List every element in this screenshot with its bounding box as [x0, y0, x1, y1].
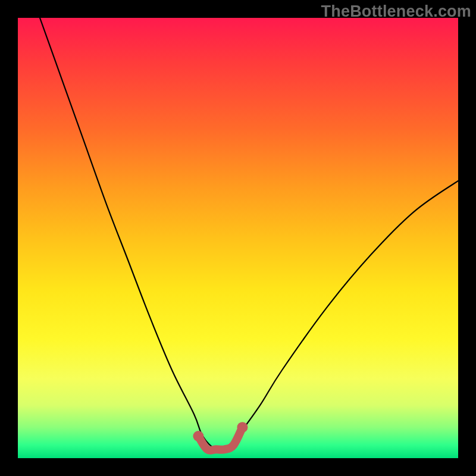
curve-layer	[18, 18, 458, 458]
chart-frame: TheBottleneck.com	[0, 0, 476, 476]
highlight-endpoint-dot	[193, 431, 203, 441]
plot-area	[18, 18, 458, 458]
bottleneck-curve	[40, 18, 458, 451]
highlight-endpoint-dot	[237, 422, 248, 433]
